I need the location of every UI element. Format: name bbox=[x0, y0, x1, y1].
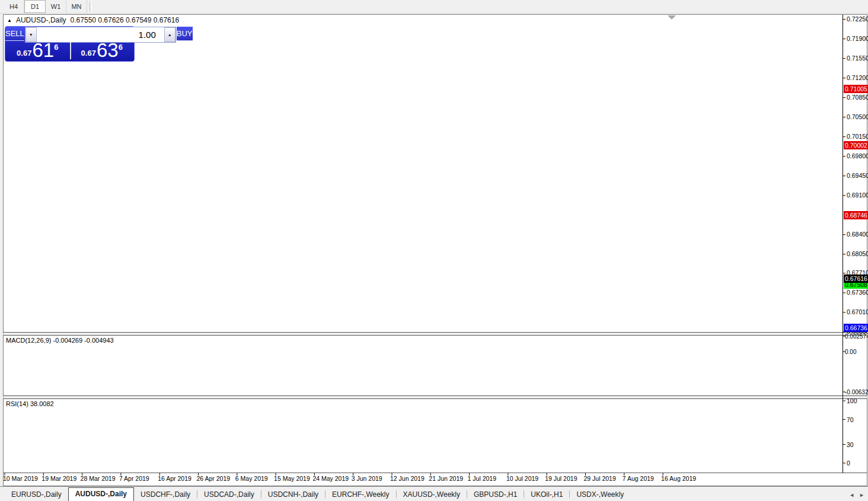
main-chart-area[interactable] bbox=[4, 15, 843, 332]
timeframe-button-w1[interactable]: W1 bbox=[46, 0, 66, 13]
sell-price-pip: 6 bbox=[54, 43, 58, 52]
chart-tab[interactable]: XAUUSD-,Weekly bbox=[397, 489, 467, 501]
buy-price-big: 63 bbox=[97, 42, 119, 59]
chart-tab[interactable]: USDX-,Weekly bbox=[570, 489, 630, 501]
timeframe-button-mn[interactable]: MN bbox=[66, 0, 87, 13]
sell-button[interactable]: SELL bbox=[5, 27, 24, 41]
timeframe-toolbar: H4D1W1MN bbox=[0, 0, 868, 14]
sell-price-big: 61 bbox=[32, 42, 54, 59]
tab-scroll-arrows: ◄ ► bbox=[849, 492, 864, 498]
trading-terminal: H4D1W1MN 0.722500.719000.715500.712000.7… bbox=[0, 0, 868, 501]
tab-scroll-left-icon[interactable]: ◄ bbox=[849, 492, 854, 498]
date-axis[interactable] bbox=[4, 473, 843, 485]
chart-tab[interactable]: USDCAD-,Daily bbox=[197, 489, 261, 501]
buy-price-display[interactable]: 0.67 63 6 bbox=[70, 41, 135, 60]
panel-resize-handle-rsi[interactable] bbox=[4, 395, 843, 399]
timeframe-button-h4[interactable]: H4 bbox=[4, 0, 24, 13]
chart-tab-list: EURUSD-,DailyAUDUSD-,DailyUSDCHF-,DailyU… bbox=[5, 487, 630, 501]
price-divider bbox=[70, 42, 71, 59]
chart-tab[interactable]: EURCHF-,Weekly bbox=[326, 489, 395, 501]
timeframe-button-d1[interactable]: D1 bbox=[24, 0, 46, 13]
chart-tabs-bar: EURUSD-,DailyAUDUSD-,DailyUSDCHF-,DailyU… bbox=[0, 486, 868, 501]
chart-tab[interactable]: GBPUSD-,H1 bbox=[467, 489, 524, 501]
chart-tab[interactable]: AUDUSD-,Daily bbox=[68, 487, 134, 501]
collapse-panel-icon[interactable]: ▲ bbox=[7, 18, 12, 23]
toolbar-separator bbox=[90, 2, 92, 11]
price-axis[interactable] bbox=[843, 15, 868, 473]
sell-price-prefix: 0.67 bbox=[17, 49, 31, 58]
buy-button[interactable]: BUY bbox=[177, 27, 193, 41]
one-click-trading-panel: SELL ▼ ▲ BUY 0.67 61 6 0.67 63 6 bbox=[5, 26, 135, 62]
macd-panel[interactable] bbox=[4, 336, 843, 395]
chart-ohlc-values: 0.67550 0.67626 0.67549 0.67616 bbox=[71, 16, 180, 24]
sell-price-display[interactable]: 0.67 61 6 bbox=[5, 41, 70, 60]
rsi-panel[interactable] bbox=[4, 399, 843, 472]
buy-price-pip: 6 bbox=[119, 43, 123, 52]
buy-price-prefix: 0.67 bbox=[81, 49, 96, 58]
chart-tab[interactable]: UKOil-,H1 bbox=[524, 489, 569, 501]
chart-tab[interactable]: USDCHF-,Daily bbox=[134, 489, 197, 501]
volume-increase-icon[interactable]: ▲ bbox=[164, 27, 175, 42]
timeframe-buttons: H4D1W1MN bbox=[4, 0, 87, 13]
chart-tab[interactable]: EURUSD-,Daily bbox=[5, 489, 68, 501]
tab-scroll-right-icon[interactable]: ► bbox=[859, 492, 864, 498]
chart-title: AUDUSD-,Daily bbox=[16, 16, 66, 24]
panel-resize-handle-macd[interactable] bbox=[4, 332, 843, 336]
chart-tab[interactable]: USDCNH-,Daily bbox=[261, 489, 325, 501]
chart-header: ▲ AUDUSD-,Daily 0.67550 0.67626 0.67549 … bbox=[7, 16, 179, 24]
